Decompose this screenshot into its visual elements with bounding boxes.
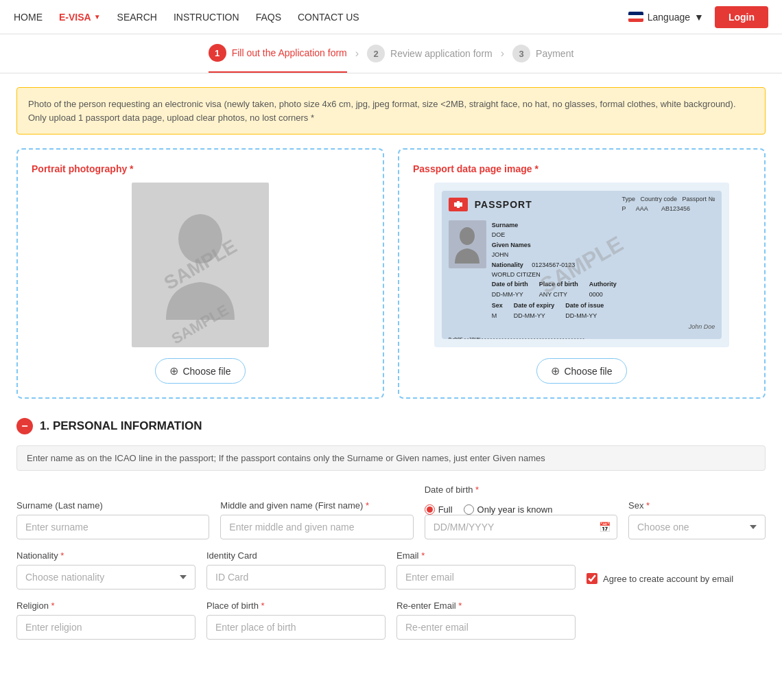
step-arrow-1: ›	[355, 47, 359, 69]
step-1-number: 1	[209, 44, 226, 62]
step-2-label: Review application form	[390, 48, 493, 59]
dob-input[interactable]	[425, 515, 617, 539]
dob-input-wrap: 📅	[425, 515, 617, 539]
svg-point-4	[460, 227, 475, 245]
step-arrow-2: ›	[501, 47, 504, 69]
portrait-choose-file-button[interactable]: ⊕ Choose file	[155, 358, 245, 384]
re-email-group: Re-enter Email *	[396, 600, 576, 640]
form-row-2: Nationality * Choose nationality Identit…	[16, 550, 766, 590]
identity-input[interactable]	[206, 565, 386, 590]
login-button[interactable]: Login	[715, 6, 768, 28]
passport-upload-card: Passport data page image * PASSPORT	[398, 148, 766, 399]
dob-group: Date of birth * Full Only year is known …	[425, 485, 617, 539]
surname-group: Surname (Last name)	[16, 500, 209, 539]
dob-label: Date of birth *	[425, 485, 617, 495]
passport-photo-silhouette	[449, 220, 486, 268]
middle-name-input[interactable]	[220, 515, 413, 539]
surname-label: Surname (Last name)	[16, 500, 209, 511]
step-1-label: Fill out the Application form	[232, 47, 347, 58]
nationality-select-wrap: Choose nationality	[16, 565, 196, 590]
nationality-group: Nationality * Choose nationality	[16, 550, 196, 590]
middle-name-group: Middle and given name (First name) *	[220, 500, 413, 539]
place-birth-group: Place of birth *	[206, 600, 386, 640]
middle-name-label: Middle and given name (First name) *	[220, 500, 413, 511]
sex-label: Sex *	[628, 500, 766, 511]
stepper: 1 Fill out the Application form › 2 Revi…	[0, 34, 782, 73]
radio-year-input[interactable]	[464, 504, 474, 515]
passport-title-text: PASSPORT	[475, 199, 532, 210]
radio-full-label[interactable]: Full	[425, 504, 453, 515]
sex-select[interactable]: Choose one Male Female	[628, 515, 766, 539]
section-title: 1. PERSONAL INFORMATION	[40, 419, 202, 433]
nationality-select[interactable]: Choose nationality	[16, 565, 196, 590]
step-3-number: 3	[512, 45, 530, 62]
flag-icon	[628, 12, 643, 22]
language-button[interactable]: Language ▼	[628, 12, 704, 23]
upload-row: Portrait photography * SAMPLE SAMPLE ⊕ C…	[16, 148, 766, 399]
portrait-label: Portrait photography *	[32, 163, 134, 174]
personal-info-section: − 1. PERSONAL INFORMATION Enter name as …	[16, 418, 766, 640]
step-1[interactable]: 1 Fill out the Application form	[209, 44, 347, 73]
religion-label: Religion *	[16, 600, 196, 611]
portrait-sample: SAMPLE SAMPLE	[132, 183, 269, 347]
identity-label: Identity Card	[206, 550, 386, 561]
section-toggle-button[interactable]: −	[16, 418, 33, 434]
form-row-1: Surname (Last name) Middle and given nam…	[16, 485, 766, 539]
nav-links: HOME E-VISA ▼ SEARCH INSTRUCTION FAQS CO…	[14, 12, 628, 23]
passport-logo-icon	[449, 198, 468, 211]
upload-icon: ⊕	[169, 364, 178, 377]
evisa-arrow-icon: ▼	[94, 13, 101, 21]
place-birth-label: Place of birth *	[206, 600, 386, 611]
form-row-3: Religion * Place of birth * Re-enter Ema…	[16, 600, 766, 640]
passport-label: Passport data page image *	[413, 163, 538, 174]
identity-group: Identity Card	[206, 550, 386, 590]
re-email-input[interactable]	[396, 615, 576, 640]
person-silhouette-icon	[159, 203, 241, 327]
nav-search[interactable]: SEARCH	[117, 12, 157, 23]
nav-contact[interactable]: CONTACT US	[298, 12, 359, 23]
navbar: HOME E-VISA ▼ SEARCH INSTRUCTION FAQS CO…	[0, 0, 782, 34]
lang-arrow-icon: ▼	[694, 12, 704, 23]
religion-group: Religion *	[16, 600, 196, 640]
religion-input[interactable]	[16, 615, 196, 640]
surname-input[interactable]	[16, 515, 209, 539]
dob-radio-group: Full Only year is known	[425, 504, 617, 515]
svg-point-0	[178, 214, 222, 264]
place-birth-input[interactable]	[206, 615, 386, 640]
sex-group: Sex * Choose one Male Female	[628, 500, 766, 539]
step-2-number: 2	[367, 45, 385, 62]
upload-icon-2: ⊕	[551, 364, 560, 377]
portrait-upload-card: Portrait photography * SAMPLE SAMPLE ⊕ C…	[16, 148, 384, 399]
nav-evisa[interactable]: E-VISA ▼	[59, 12, 101, 23]
passport-mrz: P<DOE<<JOHN<<<<<<<<<<<<<<<<<<<<<<<<<<<<<…	[442, 334, 722, 339]
agree-checkbox[interactable]	[586, 573, 597, 584]
nav-home[interactable]: HOME	[14, 12, 43, 23]
re-email-label: Re-enter Email *	[396, 600, 576, 611]
step-3-label: Payment	[536, 48, 573, 59]
section-header: − 1. PERSONAL INFORMATION	[16, 418, 766, 434]
svg-rect-3	[457, 201, 460, 208]
agree-group: Agree to create account by email	[586, 573, 766, 590]
agree-checkbox-row: Agree to create account by email	[586, 573, 766, 584]
passport-choose-file-button[interactable]: ⊕ Choose file	[536, 358, 626, 384]
nav-faqs[interactable]: FAQS	[256, 12, 281, 23]
nationality-label: Nationality *	[16, 550, 196, 561]
main-content: Photo of the person requesting an electr…	[0, 73, 782, 664]
nav-right: Language ▼ Login	[628, 6, 768, 28]
step-3[interactable]: 3 Payment	[512, 45, 573, 72]
email-group: Email *	[396, 550, 576, 590]
nav-instruction[interactable]: INSTRUCTION	[174, 12, 239, 23]
email-label: Email *	[396, 550, 576, 561]
agree-label: Agree to create account by email	[603, 574, 733, 584]
email-input[interactable]	[396, 565, 576, 590]
radio-year-label[interactable]: Only year is known	[464, 504, 553, 515]
radio-full-input[interactable]	[425, 504, 435, 515]
name-hint-box: Enter name as on the ICAO line in the pa…	[16, 445, 766, 471]
step-2[interactable]: 2 Review application form	[367, 45, 493, 72]
photo-info-box: Photo of the person requesting an electr…	[16, 87, 766, 135]
passport-sample-image: PASSPORT Type Country code Passport № P …	[434, 183, 729, 347]
